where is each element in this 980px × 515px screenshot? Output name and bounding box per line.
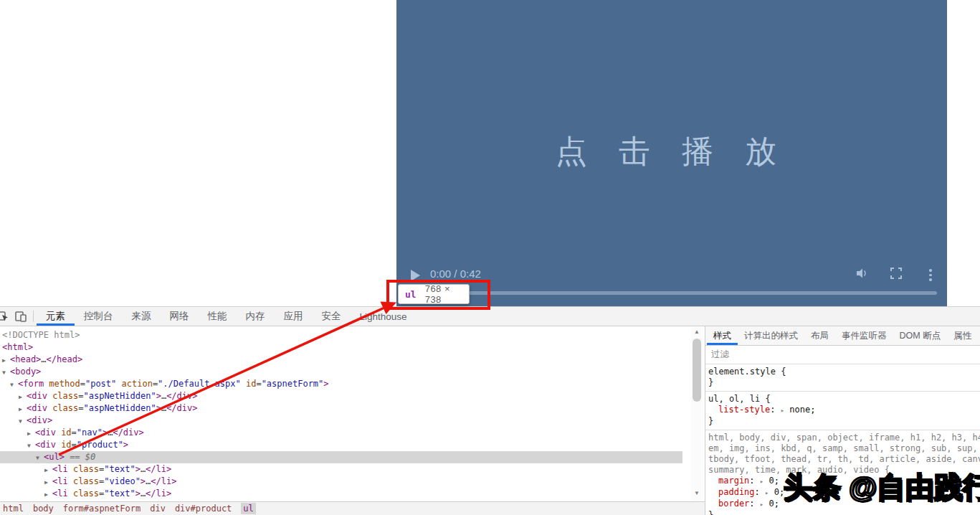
video-player[interactable]: 点 击 播 放 0:00 / 0:42	[396, 0, 947, 306]
collapsed-arrow-icon[interactable]: ▶	[44, 488, 48, 501]
tree-row[interactable]: ▶<li class="text">…</li>	[0, 463, 682, 476]
breadcrumb-item[interactable]: form#aspnetForm	[63, 504, 141, 514]
breadcrumb-item[interactable]: html	[3, 504, 24, 514]
tree-row[interactable]: <!DOCTYPE html>	[0, 329, 682, 341]
fullscreen-icon[interactable]	[890, 268, 902, 282]
elements-scrollbar[interactable]: ▲ ▼	[691, 327, 703, 503]
css-selector: em, img, ins, kbd, q, samp, small, stron…	[705, 443, 980, 454]
expanded-arrow-icon[interactable]: ▼	[10, 379, 14, 391]
breadcrumb-item[interactable]: ul	[241, 503, 255, 514]
inspect-size-tooltip: ul 768 × 738	[398, 284, 470, 304]
watermark-text: 头条 @自由践行	[784, 468, 980, 507]
tab-elements[interactable]: 元素	[37, 307, 75, 326]
scrollbar-thumb[interactable]	[693, 339, 701, 402]
inspect-element-icon[interactable]	[0, 307, 10, 326]
collapsed-arrow-icon[interactable]: ▶	[44, 464, 48, 476]
tree-row[interactable]: ▶<li class="text">…</li>	[0, 488, 682, 500]
tree-row[interactable]: ▼<div>	[0, 415, 682, 427]
collapsed-arrow-icon[interactable]: ▶	[27, 427, 31, 440]
tree-row[interactable]: ▼<body>	[0, 366, 682, 378]
collapsed-arrow-icon[interactable]: ▶	[2, 354, 6, 367]
collapsed-arrow-icon[interactable]: ▶	[19, 391, 22, 403]
device-toolbar-icon[interactable]	[10, 307, 32, 326]
breadcrumb-item[interactable]: div	[150, 504, 166, 514]
sidebar-tab-properties[interactable]: 属性	[947, 326, 978, 345]
tooltip-dimensions: 768 × 738	[425, 283, 469, 305]
css-selector: tbody, tfoot, thead, tr, th, td, article…	[705, 454, 980, 465]
css-selector: html, body, div, span, object, iframe, h…	[705, 433, 980, 443]
toolbar-divider	[33, 311, 34, 322]
tab-security[interactable]: 安全	[313, 307, 351, 326]
css-closing-brace: }	[705, 377, 980, 388]
expanded-arrow-icon[interactable]: ▼	[36, 452, 39, 464]
css-closing-brace: }	[705, 416, 980, 427]
more-options-icon[interactable]	[929, 268, 932, 281]
scrollbar-down-icon[interactable]: ▼	[691, 488, 703, 499]
sidebar-tab-computed[interactable]: 计算出的样式	[738, 326, 804, 345]
collapsed-arrow-icon[interactable]: ▶	[44, 476, 48, 488]
video-controls: 0:00 / 0:42	[396, 267, 947, 284]
expanded-arrow-icon[interactable]: ▼	[2, 367, 6, 379]
tree-row[interactable]: ▶<div id="nav">…</div>	[0, 427, 682, 439]
breadcrumb-item[interactable]: body	[33, 504, 54, 514]
video-overlay-title[interactable]: 点 击 播 放	[396, 131, 947, 173]
tree-row[interactable]: ▶<div class="aspNetHidden">…</div>	[0, 402, 682, 415]
styles-filter-input[interactable]: 过滤	[705, 346, 980, 364]
expanded-arrow-icon[interactable]: ▼	[19, 415, 22, 427]
tab-application[interactable]: 应用	[275, 307, 313, 326]
play-button-icon[interactable]	[411, 270, 420, 281]
page: 点 击 播 放 0:00 / 0:42 ul 768 × 738	[0, 0, 980, 515]
collapsed-arrow-icon[interactable]: ▶	[19, 403, 22, 415]
css-rule[interactable]: ul, ol, li {list-style: ▸ none;}	[705, 392, 980, 430]
css-property[interactable]: list-style: ▸ none;	[705, 405, 980, 416]
breadcrumb: htmlbodyform#aspnetFormdivdiv#productul	[0, 501, 705, 515]
sidebar-tab-event-listeners[interactable]: 事件监听器	[835, 326, 893, 345]
css-rule[interactable]: element.style {}	[705, 364, 980, 392]
tooltip-tag-name: ul	[405, 289, 417, 300]
sidebar-tab-styles[interactable]: 样式	[707, 326, 738, 345]
devtools-tabs: 元素控制台来源网络性能内存应用安全Lighthouse	[37, 307, 417, 326]
tree-row[interactable]: ▼<div id="product">	[0, 439, 682, 451]
breadcrumb-item[interactable]: div#product	[175, 504, 232, 514]
sidebar-tab-layout[interactable]: 布局	[804, 326, 835, 345]
tab-lighthouse[interactable]: Lighthouse	[351, 307, 417, 326]
video-time: 0:00 / 0:42	[430, 268, 481, 280]
tree-row[interactable]: ▼<ul> == $0	[0, 451, 682, 463]
css-selector: ul, ol, li {	[705, 394, 980, 405]
tab-console[interactable]: 控制台	[75, 307, 123, 326]
tab-sources[interactable]: 来源	[123, 307, 161, 326]
expanded-arrow-icon[interactable]: ▼	[27, 440, 31, 452]
css-selector: element.style {	[705, 367, 980, 377]
tree-row[interactable]: ▶<div class="aspNetHidden">…</div>	[0, 390, 682, 402]
sidebar-tab-dom-breakpoints[interactable]: DOM 断点	[893, 326, 948, 345]
tree-row[interactable]: ▼<form method="post" action="./Default.a…	[0, 378, 682, 390]
css-closing-brace: }	[705, 510, 980, 515]
devtools-toolbar: 元素控制台来源网络性能内存应用安全Lighthouse	[0, 307, 980, 326]
elements-tree: <!DOCTYPE html><html>▶<head>…</head>▼<bo…	[0, 327, 690, 503]
tab-performance[interactable]: 性能	[199, 307, 237, 326]
sidebar-tabs: 样式计算出的样式布局事件监听器DOM 断点属性	[705, 326, 980, 346]
tree-row[interactable]: <html>	[0, 341, 682, 354]
tree-row[interactable]: ▶<li class="video">…</li>	[0, 476, 682, 488]
video-progress-bar[interactable]	[408, 291, 937, 295]
scrollbar-up-icon[interactable]: ▲	[691, 327, 703, 337]
tree-row[interactable]: ▶<head>…</head>	[0, 354, 682, 366]
tab-memory[interactable]: 内存	[237, 307, 275, 326]
styles-filter-label: 过滤	[711, 349, 729, 361]
tab-network[interactable]: 网络	[161, 307, 199, 326]
volume-icon[interactable]	[856, 268, 869, 282]
